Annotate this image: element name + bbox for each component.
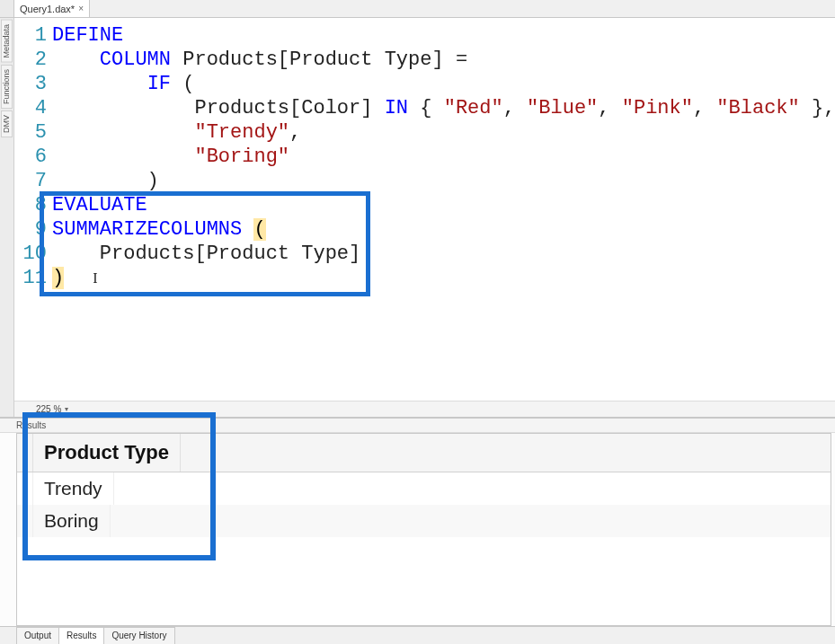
code-line[interactable]: 4 Products[Color] IN { "Red", "Blue", "P…	[14, 96, 835, 120]
results-table: Product Type Trendy Boring	[17, 434, 831, 537]
text-token: Products[Product Type]	[52, 243, 360, 265]
results-title: Results	[0, 419, 835, 433]
keyword-token: IN	[385, 97, 408, 119]
code-line[interactable]: 2 COLUMN Products[Product Type] =	[14, 48, 835, 72]
code-content[interactable]: COLUMN Products[Product Type] =	[52, 48, 835, 72]
code-line[interactable]: 11) I	[14, 266, 835, 290]
line-number: 1	[14, 23, 52, 48]
document-tab[interactable]: Query1.dax* ×	[14, 0, 90, 17]
keyword-token: IF	[147, 73, 171, 95]
line-number: 4	[14, 96, 52, 120]
code-line[interactable]: 7 )	[14, 169, 835, 193]
tab-query-history[interactable]: Query History	[103, 627, 174, 644]
side-tab-dmv[interactable]: DMV	[1, 110, 13, 137]
line-number: 2	[14, 48, 52, 72]
code-content[interactable]: )	[52, 169, 835, 193]
keyword-token: SUMMARIZECOLUMNS	[52, 218, 242, 241]
keyword-token: EVALUATE	[52, 194, 147, 216]
chevron-down-icon[interactable]: ▾	[65, 405, 68, 413]
string-token: "Boring"	[194, 146, 289, 168]
text-token	[242, 218, 253, 241]
string-token: "Red"	[444, 97, 503, 119]
zoom-value[interactable]: 225 %	[36, 404, 61, 414]
tab-results[interactable]: Results	[58, 627, 104, 644]
cell-value: Trendy	[33, 472, 114, 505]
text-cursor-icon: I	[64, 270, 97, 286]
table-row[interactable]: Trendy	[17, 472, 831, 505]
tab-strip-gutter	[0, 0, 14, 17]
code-content[interactable]: "Boring"	[52, 145, 835, 169]
line-number: 9	[14, 217, 52, 242]
code-line[interactable]: 10 Products[Product Type]	[14, 242, 835, 266]
matched-bracket: )	[52, 267, 64, 289]
code-editor[interactable]: 1DEFINE2 COLUMN Products[Product Type] =…	[14, 18, 835, 417]
text-token	[52, 146, 194, 168]
text-token	[52, 121, 194, 144]
code-scroll[interactable]: 1DEFINE2 COLUMN Products[Product Type] =…	[14, 18, 835, 401]
text-token: ,	[693, 97, 716, 119]
row-selector[interactable]	[17, 472, 33, 505]
table-header-row: Product Type	[17, 434, 831, 472]
code-content[interactable]: Products[Product Type]	[52, 242, 835, 266]
code-content[interactable]: SUMMARIZECOLUMNS (	[52, 217, 835, 242]
document-tab-strip: Query1.dax* ×	[0, 0, 835, 18]
text-token: Products[Color]	[52, 97, 385, 119]
line-number: 6	[14, 145, 52, 169]
matched-bracket: (	[253, 218, 265, 241]
code-line[interactable]: 1DEFINE	[14, 23, 835, 48]
text-token	[52, 49, 100, 71]
code-content[interactable]: ) I	[52, 266, 835, 290]
document-tab-title: Query1.dax*	[20, 4, 75, 14]
side-tab-metadata[interactable]: Metadata	[1, 20, 13, 63]
editor-area: Metadata Functions DMV 1DEFINE2 COLUMN P…	[0, 18, 835, 418]
code-line[interactable]: 3 IF (	[14, 72, 835, 96]
code-line[interactable]: 6 "Boring"	[14, 145, 835, 169]
line-number: 10	[14, 242, 52, 266]
side-tab-well: Metadata Functions DMV	[0, 18, 14, 417]
code-content[interactable]: DEFINE	[52, 23, 835, 48]
text-token: },	[800, 97, 835, 119]
code-line[interactable]: 5 "Trendy",	[14, 120, 835, 145]
tab-output[interactable]: Output	[16, 627, 59, 644]
code-content[interactable]: IF (	[52, 72, 835, 96]
results-body: Product Type Trendy Boring	[16, 433, 831, 626]
bottom-tab-strip: Output Results Query History	[0, 626, 835, 644]
row-selector-header	[17, 434, 33, 472]
text-token: ,	[289, 121, 301, 144]
text-token: ,	[503, 97, 527, 119]
text-token	[52, 73, 147, 95]
close-icon[interactable]: ×	[78, 4, 84, 13]
string-token: "Pink"	[622, 97, 693, 119]
column-header-product-type[interactable]: Product Type	[33, 434, 181, 472]
code-line[interactable]: 9SUMMARIZECOLUMNS (	[14, 217, 835, 242]
line-number: 5	[14, 120, 52, 145]
row-selector[interactable]	[17, 505, 33, 537]
string-token: "Blue"	[527, 97, 598, 119]
line-number: 11	[14, 266, 52, 290]
cell-value: Boring	[33, 505, 111, 537]
string-token: "Trendy"	[194, 121, 289, 144]
code-content[interactable]: "Trendy",	[52, 120, 835, 145]
keyword-token: DEFINE	[52, 24, 123, 47]
line-number: 3	[14, 72, 52, 96]
line-number: 7	[14, 169, 52, 193]
string-token: "Black"	[716, 97, 799, 119]
keyword-token: COLUMN	[100, 49, 171, 71]
text-token: ,	[598, 97, 621, 119]
side-tab-functions[interactable]: Functions	[1, 65, 13, 109]
text-token: Products[Product Type] =	[171, 49, 479, 71]
code-line[interactable]: 8EVALUATE	[14, 193, 835, 217]
text-token: )	[52, 170, 159, 192]
text-token: {	[408, 97, 444, 119]
text-token: (	[171, 73, 194, 95]
line-number: 8	[14, 193, 52, 217]
zoom-bar: 225 % ▾	[14, 401, 835, 417]
code-content[interactable]: EVALUATE	[52, 193, 835, 217]
table-row[interactable]: Boring	[17, 505, 831, 537]
results-pane: Results Product Type Trendy Boring Outpu…	[0, 418, 835, 644]
code-content[interactable]: Products[Color] IN { "Red", "Blue", "Pin…	[52, 96, 835, 120]
